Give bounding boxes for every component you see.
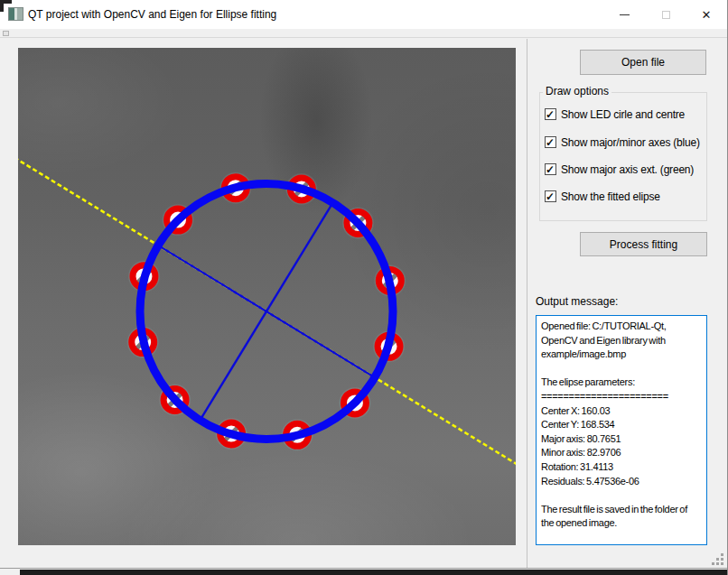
minimize-button[interactable] [603,0,645,29]
checkbox-show-led-circle[interactable]: Show LED cirle and centre [545,108,705,121]
checkbox-label: Show major axis ext. (green) [561,163,694,176]
checkbox-box[interactable] [545,108,556,120]
checkbox-box[interactable] [545,163,556,175]
minimize-icon [620,14,630,15]
minor-axis-line [201,203,333,421]
checkbox-label: Show the fitted elipse [561,190,660,203]
panel-separator [527,39,527,568]
window-title: QT project with OpenCV and Eigen for Ell… [28,0,276,29]
close-icon: ✕ [702,9,712,21]
resize-grip[interactable] [716,558,719,561]
close-button[interactable]: ✕ [685,0,728,29]
title-bar: QT project with OpenCV and Eigen for Ell… [0,0,728,29]
screen-corner-artifact [0,0,4,12]
process-fitting-button[interactable]: Process fitting [580,232,707,256]
window-bottom-border [0,568,728,569]
checkbox-label: Show LED cirle and centre [561,108,685,121]
output-message-label: Output message: [536,295,618,308]
draw-options-title: Draw options [543,85,611,97]
checkbox-box[interactable] [545,190,556,202]
app-window: QT project with OpenCV and Eigen for Ell… [0,0,728,575]
checkbox-show-axis-ext[interactable]: Show major axis ext. (green) [545,163,705,176]
resize-grip[interactable] [716,562,719,565]
checkbox-show-fitted-ellipse[interactable]: Show the fitted elipse [545,190,705,203]
maximize-button[interactable] [645,0,686,29]
maximize-icon [662,11,670,19]
image-viewer [18,48,516,545]
resize-grip[interactable] [712,562,714,565]
checkbox-box[interactable] [545,136,556,148]
open-file-button[interactable]: Open file [580,50,706,75]
resize-grip[interactable] [721,553,723,556]
app-icon [8,7,23,21]
output-message-textarea[interactable]: Opened file: C:/TUTORIAL-Qt, OpenCV and … [536,315,707,545]
toolbar-grip[interactable] [3,31,9,36]
resize-grip[interactable] [721,562,723,565]
checkbox-show-axes[interactable]: Show major/minor axes (blue) [545,136,705,149]
background-window-band [20,570,728,575]
resize-grip[interactable] [721,558,723,561]
checkbox-label: Show major/minor axes (blue) [561,136,700,149]
viewer-overlay [18,48,516,545]
toolbar-strip [0,29,728,38]
